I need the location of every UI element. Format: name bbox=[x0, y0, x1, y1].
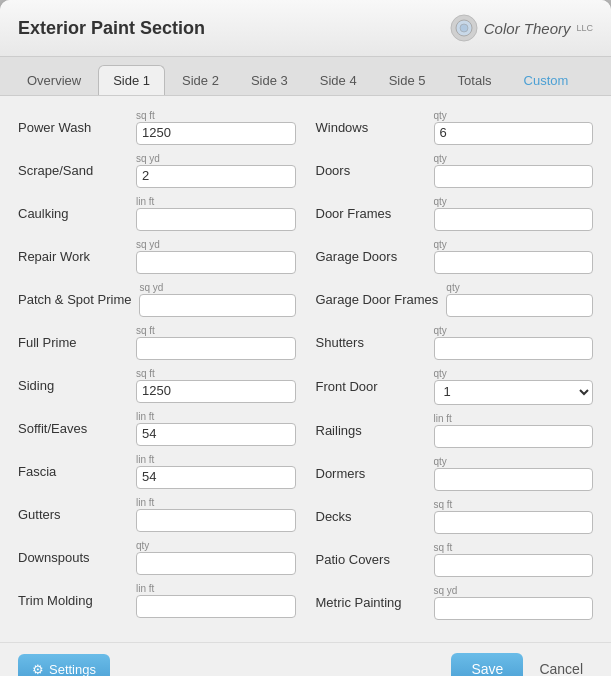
railings-hint: lin ft bbox=[434, 413, 594, 425]
fascia-hint: lin ft bbox=[136, 454, 296, 466]
door-frames-input[interactable] bbox=[434, 208, 594, 231]
metric-painting-label: Metric Painting bbox=[316, 595, 426, 610]
modal: Exterior Paint Section Color Theory LLC … bbox=[0, 0, 611, 676]
dormers-input[interactable] bbox=[434, 468, 594, 491]
page-title: Exterior Paint Section bbox=[18, 18, 205, 39]
tab-custom[interactable]: Custom bbox=[509, 65, 584, 95]
garage-doors-input[interactable] bbox=[434, 251, 594, 274]
dormers-label: Dormers bbox=[316, 466, 426, 481]
tab-side2[interactable]: Side 2 bbox=[167, 65, 234, 95]
doors-hint: qty bbox=[434, 153, 594, 165]
field-garage-door-frames: Garage Door Frames qty bbox=[316, 282, 594, 317]
patio-covers-hint: sq ft bbox=[434, 542, 594, 554]
dormers-hint: qty bbox=[434, 456, 594, 468]
settings-label: Settings bbox=[49, 662, 96, 677]
patch-spot-prime-hint: sq yd bbox=[139, 282, 295, 294]
power-wash-label: Power Wash bbox=[18, 120, 128, 135]
logo-suffix: LLC bbox=[576, 23, 593, 33]
front-door-select[interactable]: 1 2 3 bbox=[434, 380, 594, 405]
content-area: Power Wash sq ft Scrape/Sand sq yd Caulk… bbox=[0, 96, 611, 642]
metric-painting-input[interactable] bbox=[434, 597, 594, 620]
tab-side1[interactable]: Side 1 bbox=[98, 65, 165, 95]
patch-spot-prime-label: Patch & Spot Prime bbox=[18, 292, 131, 307]
full-prime-hint: sq ft bbox=[136, 325, 296, 337]
garage-door-frames-input[interactable] bbox=[446, 294, 593, 317]
field-railings: Railings lin ft bbox=[316, 413, 594, 448]
garage-door-frames-label: Garage Door Frames bbox=[316, 292, 439, 307]
soffit-eaves-hint: lin ft bbox=[136, 411, 296, 423]
patio-covers-label: Patio Covers bbox=[316, 552, 426, 567]
tab-side5[interactable]: Side 5 bbox=[374, 65, 441, 95]
field-scrape-sand: Scrape/Sand sq yd bbox=[18, 153, 296, 188]
downspouts-label: Downspouts bbox=[18, 550, 128, 565]
power-wash-input[interactable] bbox=[136, 122, 296, 145]
modal-header: Exterior Paint Section Color Theory LLC bbox=[0, 0, 611, 57]
tab-side3[interactable]: Side 3 bbox=[236, 65, 303, 95]
downspouts-input[interactable] bbox=[136, 552, 296, 575]
field-garage-doors: Garage Doors qty bbox=[316, 239, 594, 274]
soffit-eaves-input[interactable] bbox=[136, 423, 296, 446]
field-caulking: Caulking lin ft bbox=[18, 196, 296, 231]
windows-input[interactable] bbox=[434, 122, 594, 145]
door-frames-hint: qty bbox=[434, 196, 594, 208]
repair-work-hint: sq yd bbox=[136, 239, 296, 251]
field-downspouts: Downspouts qty bbox=[18, 540, 296, 575]
logo-text: Color Theory bbox=[484, 20, 571, 37]
patio-covers-input[interactable] bbox=[434, 554, 594, 577]
field-trim-molding: Trim Molding lin ft bbox=[18, 583, 296, 618]
right-column: Windows qty Doors qty Door Frames bbox=[316, 110, 594, 628]
scrape-sand-label: Scrape/Sand bbox=[18, 163, 128, 178]
front-door-label: Front Door bbox=[316, 379, 426, 394]
soffit-eaves-label: Soffit/Eaves bbox=[18, 421, 128, 436]
trim-molding-input[interactable] bbox=[136, 595, 296, 618]
field-patio-covers: Patio Covers sq ft bbox=[316, 542, 594, 577]
metric-painting-hint: sq yd bbox=[434, 585, 594, 597]
cancel-button[interactable]: Cancel bbox=[529, 653, 593, 676]
field-shutters: Shutters qty bbox=[316, 325, 594, 360]
door-frames-label: Door Frames bbox=[316, 206, 426, 221]
full-prime-input[interactable] bbox=[136, 337, 296, 360]
trim-molding-label: Trim Molding bbox=[18, 593, 128, 608]
fascia-input[interactable] bbox=[136, 466, 296, 489]
patch-spot-prime-input[interactable] bbox=[139, 294, 295, 317]
logo-area: Color Theory LLC bbox=[450, 14, 593, 42]
fascia-label: Fascia bbox=[18, 464, 128, 479]
footer-actions: Save Cancel bbox=[451, 653, 593, 676]
windows-hint: qty bbox=[434, 110, 594, 122]
siding-input[interactable] bbox=[136, 380, 296, 403]
garage-doors-hint: qty bbox=[434, 239, 594, 251]
railings-input[interactable] bbox=[434, 425, 594, 448]
tab-overview[interactable]: Overview bbox=[12, 65, 96, 95]
downspouts-hint: qty bbox=[136, 540, 296, 552]
gutters-label: Gutters bbox=[18, 507, 128, 522]
settings-button[interactable]: ⚙ Settings bbox=[18, 654, 110, 677]
field-soffit-eaves: Soffit/Eaves lin ft bbox=[18, 411, 296, 446]
field-front-door: Front Door qty 1 2 3 bbox=[316, 368, 594, 405]
decks-input[interactable] bbox=[434, 511, 594, 534]
doors-label: Doors bbox=[316, 163, 426, 178]
shutters-hint: qty bbox=[434, 325, 594, 337]
field-windows: Windows qty bbox=[316, 110, 594, 145]
shutters-label: Shutters bbox=[316, 335, 426, 350]
power-wash-hint: sq ft bbox=[136, 110, 296, 122]
field-siding: Siding sq ft bbox=[18, 368, 296, 403]
field-fascia: Fascia lin ft bbox=[18, 454, 296, 489]
field-door-frames: Door Frames qty bbox=[316, 196, 594, 231]
field-metric-painting: Metric Painting sq yd bbox=[316, 585, 594, 620]
doors-input[interactable] bbox=[434, 165, 594, 188]
repair-work-input[interactable] bbox=[136, 251, 296, 274]
front-door-hint: qty bbox=[434, 368, 594, 380]
tab-totals[interactable]: Totals bbox=[443, 65, 507, 95]
save-button[interactable]: Save bbox=[451, 653, 523, 676]
scrape-sand-input[interactable] bbox=[136, 165, 296, 188]
siding-label: Siding bbox=[18, 378, 128, 393]
trim-molding-hint: lin ft bbox=[136, 583, 296, 595]
decks-label: Decks bbox=[316, 509, 426, 524]
fields-grid: Power Wash sq ft Scrape/Sand sq yd Caulk… bbox=[18, 110, 593, 628]
gutters-input[interactable] bbox=[136, 509, 296, 532]
caulking-input[interactable] bbox=[136, 208, 296, 231]
shutters-input[interactable] bbox=[434, 337, 594, 360]
caulking-hint: lin ft bbox=[136, 196, 296, 208]
field-repair-work: Repair Work sq yd bbox=[18, 239, 296, 274]
tab-side4[interactable]: Side 4 bbox=[305, 65, 372, 95]
